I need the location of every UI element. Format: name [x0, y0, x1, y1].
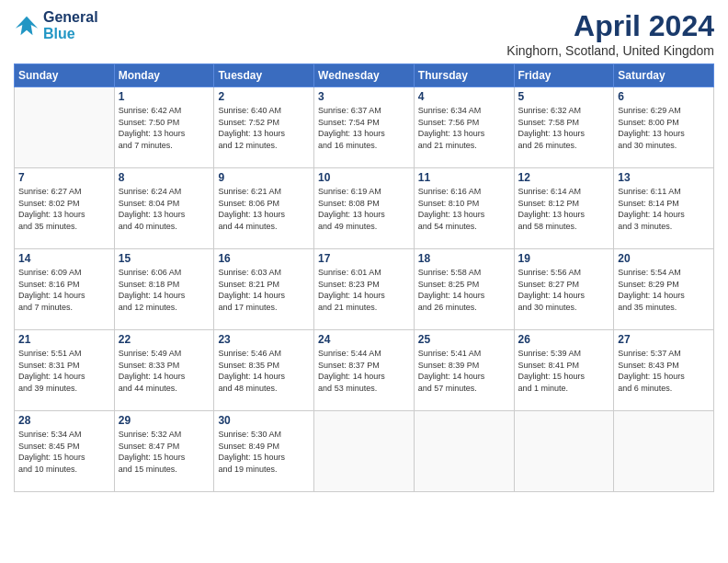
calendar-cell	[414, 411, 514, 492]
calendar-cell: 20Sunrise: 5:54 AM Sunset: 8:29 PM Dayli…	[614, 249, 714, 330]
calendar-cell: 7Sunrise: 6:27 AM Sunset: 8:02 PM Daylig…	[15, 168, 115, 249]
header-sunday: Sunday	[15, 64, 115, 87]
header: General Blue April 2024 Kinghorn, Scotla…	[14, 9, 714, 58]
day-number: 24	[318, 333, 410, 346]
day-info: Sunrise: 5:34 AM Sunset: 8:45 PM Dayligh…	[18, 429, 110, 475]
day-info: Sunrise: 5:30 AM Sunset: 8:49 PM Dayligh…	[218, 429, 310, 475]
day-number: 18	[418, 252, 510, 265]
calendar-cell: 21Sunrise: 5:51 AM Sunset: 8:31 PM Dayli…	[15, 330, 115, 411]
logo-icon	[14, 13, 40, 39]
day-number: 1	[119, 90, 210, 103]
calendar-cell: 18Sunrise: 5:58 AM Sunset: 8:25 PM Dayli…	[414, 249, 514, 330]
day-info: Sunrise: 6:11 AM Sunset: 8:14 PM Dayligh…	[618, 186, 710, 232]
svg-marker-0	[16, 17, 38, 36]
day-number: 6	[618, 90, 710, 103]
day-info: Sunrise: 6:24 AM Sunset: 8:04 PM Dayligh…	[119, 186, 210, 232]
day-number: 7	[18, 171, 110, 184]
day-info: Sunrise: 6:27 AM Sunset: 8:02 PM Dayligh…	[18, 186, 110, 232]
calendar-cell: 19Sunrise: 5:56 AM Sunset: 8:27 PM Dayli…	[514, 249, 614, 330]
title-block: April 2024 Kinghorn, Scotland, United Ki…	[506, 9, 714, 58]
calendar: SundayMondayTuesdayWednesdayThursdayFrid…	[14, 63, 714, 492]
day-info: Sunrise: 6:14 AM Sunset: 8:12 PM Dayligh…	[518, 186, 610, 232]
header-saturday: Saturday	[614, 64, 714, 87]
day-info: Sunrise: 5:49 AM Sunset: 8:33 PM Dayligh…	[119, 348, 210, 394]
day-info: Sunrise: 5:37 AM Sunset: 8:43 PM Dayligh…	[618, 348, 710, 394]
calendar-cell	[15, 87, 115, 168]
calendar-cell: 25Sunrise: 5:41 AM Sunset: 8:39 PM Dayli…	[414, 330, 514, 411]
week-row-3: 14Sunrise: 6:09 AM Sunset: 8:16 PM Dayli…	[15, 249, 714, 330]
day-number: 28	[18, 414, 110, 427]
day-number: 16	[218, 252, 310, 265]
subtitle: Kinghorn, Scotland, United Kingdom	[506, 43, 714, 58]
day-number: 15	[119, 252, 210, 265]
calendar-cell	[614, 411, 714, 492]
week-row-5: 28Sunrise: 5:34 AM Sunset: 8:45 PM Dayli…	[15, 411, 714, 492]
day-number: 2	[218, 90, 310, 103]
calendar-cell: 22Sunrise: 5:49 AM Sunset: 8:33 PM Dayli…	[114, 330, 214, 411]
day-number: 25	[418, 333, 510, 346]
calendar-cell: 12Sunrise: 6:14 AM Sunset: 8:12 PM Dayli…	[514, 168, 614, 249]
page: General Blue April 2024 Kinghorn, Scotla…	[0, 0, 728, 563]
calendar-cell: 26Sunrise: 5:39 AM Sunset: 8:41 PM Dayli…	[514, 330, 614, 411]
day-info: Sunrise: 6:16 AM Sunset: 8:10 PM Dayligh…	[418, 186, 510, 232]
day-info: Sunrise: 6:09 AM Sunset: 8:16 PM Dayligh…	[18, 267, 110, 313]
day-info: Sunrise: 6:42 AM Sunset: 7:50 PM Dayligh…	[119, 105, 210, 151]
day-number: 3	[318, 90, 410, 103]
day-number: 10	[318, 171, 410, 184]
calendar-cell: 11Sunrise: 6:16 AM Sunset: 8:10 PM Dayli…	[414, 168, 514, 249]
calendar-cell	[314, 411, 415, 492]
day-number: 8	[119, 171, 210, 184]
calendar-cell: 13Sunrise: 6:11 AM Sunset: 8:14 PM Dayli…	[614, 168, 714, 249]
calendar-cell: 28Sunrise: 5:34 AM Sunset: 8:45 PM Dayli…	[15, 411, 115, 492]
day-number: 23	[218, 333, 310, 346]
day-number: 14	[18, 252, 110, 265]
day-info: Sunrise: 6:32 AM Sunset: 7:58 PM Dayligh…	[518, 105, 610, 151]
day-info: Sunrise: 6:19 AM Sunset: 8:08 PM Dayligh…	[318, 186, 410, 232]
calendar-cell: 5Sunrise: 6:32 AM Sunset: 7:58 PM Daylig…	[514, 87, 614, 168]
day-number: 26	[518, 333, 610, 346]
day-info: Sunrise: 5:51 AM Sunset: 8:31 PM Dayligh…	[18, 348, 110, 394]
calendar-cell: 24Sunrise: 5:44 AM Sunset: 8:37 PM Dayli…	[314, 330, 415, 411]
day-number: 11	[418, 171, 510, 184]
day-number: 17	[318, 252, 410, 265]
calendar-cell: 30Sunrise: 5:30 AM Sunset: 8:49 PM Dayli…	[214, 411, 314, 492]
day-number: 30	[218, 414, 310, 427]
day-info: Sunrise: 6:40 AM Sunset: 7:52 PM Dayligh…	[218, 105, 310, 151]
day-info: Sunrise: 6:01 AM Sunset: 8:23 PM Dayligh…	[318, 267, 410, 313]
day-info: Sunrise: 5:56 AM Sunset: 8:27 PM Dayligh…	[518, 267, 610, 313]
week-row-2: 7Sunrise: 6:27 AM Sunset: 8:02 PM Daylig…	[15, 168, 714, 249]
day-info: Sunrise: 6:34 AM Sunset: 7:56 PM Dayligh…	[418, 105, 510, 151]
day-info: Sunrise: 5:41 AM Sunset: 8:39 PM Dayligh…	[418, 348, 510, 394]
logo: General Blue	[14, 9, 98, 42]
calendar-cell: 8Sunrise: 6:24 AM Sunset: 8:04 PM Daylig…	[114, 168, 214, 249]
day-info: Sunrise: 5:54 AM Sunset: 8:29 PM Dayligh…	[618, 267, 710, 313]
day-number: 20	[618, 252, 710, 265]
calendar-cell: 23Sunrise: 5:46 AM Sunset: 8:35 PM Dayli…	[214, 330, 314, 411]
day-info: Sunrise: 5:39 AM Sunset: 8:41 PM Dayligh…	[518, 348, 610, 394]
calendar-cell: 29Sunrise: 5:32 AM Sunset: 8:47 PM Dayli…	[114, 411, 214, 492]
day-info: Sunrise: 5:32 AM Sunset: 8:47 PM Dayligh…	[119, 429, 210, 475]
day-info: Sunrise: 6:29 AM Sunset: 8:00 PM Dayligh…	[618, 105, 710, 151]
day-number: 12	[518, 171, 610, 184]
day-number: 9	[218, 171, 310, 184]
header-friday: Friday	[514, 64, 614, 87]
day-number: 19	[518, 252, 610, 265]
week-row-1: 1Sunrise: 6:42 AM Sunset: 7:50 PM Daylig…	[15, 87, 714, 168]
logo-text: General Blue	[43, 9, 98, 42]
day-number: 5	[518, 90, 610, 103]
main-title: April 2024	[506, 9, 714, 43]
day-info: Sunrise: 6:37 AM Sunset: 7:54 PM Dayligh…	[318, 105, 410, 151]
day-number: 22	[119, 333, 210, 346]
day-info: Sunrise: 6:06 AM Sunset: 8:18 PM Dayligh…	[119, 267, 210, 313]
day-info: Sunrise: 5:44 AM Sunset: 8:37 PM Dayligh…	[318, 348, 410, 394]
header-monday: Monday	[114, 64, 214, 87]
calendar-cell: 1Sunrise: 6:42 AM Sunset: 7:50 PM Daylig…	[114, 87, 214, 168]
calendar-cell: 15Sunrise: 6:06 AM Sunset: 8:18 PM Dayli…	[114, 249, 214, 330]
calendar-cell: 9Sunrise: 6:21 AM Sunset: 8:06 PM Daylig…	[214, 168, 314, 249]
calendar-cell	[514, 411, 614, 492]
calendar-cell: 6Sunrise: 6:29 AM Sunset: 8:00 PM Daylig…	[614, 87, 714, 168]
day-info: Sunrise: 6:21 AM Sunset: 8:06 PM Dayligh…	[218, 186, 310, 232]
calendar-cell: 10Sunrise: 6:19 AM Sunset: 8:08 PM Dayli…	[314, 168, 415, 249]
calendar-cell: 27Sunrise: 5:37 AM Sunset: 8:43 PM Dayli…	[614, 330, 714, 411]
day-info: Sunrise: 6:03 AM Sunset: 8:21 PM Dayligh…	[218, 267, 310, 313]
